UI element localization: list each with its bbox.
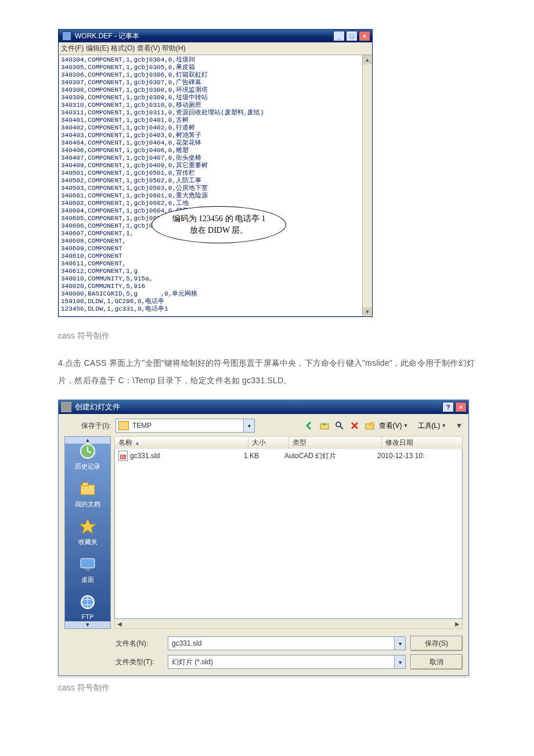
file-list-hscrollbar[interactable]: ◀ ▶ [114,619,463,629]
filetype-label: 文件类型(T): [116,657,163,667]
column-size[interactable]: 大小 [248,436,288,449]
save-dialog: 创建幻灯文件 ? × 保存于(I): TEMP ▾ [58,399,469,676]
save-in-label: 保存于(I): [67,421,111,431]
minimize-button[interactable]: _ [333,31,345,41]
back-icon[interactable] [304,420,315,431]
sidebar-item-mydocs[interactable]: 我的文档 [75,479,100,509]
notepad-title: WORK.DEF - 记事本 [75,31,139,41]
dialog-close-button[interactable]: × [455,402,467,412]
notepad-scrollbar[interactable]: ▲ ▼ [362,55,372,316]
save-button[interactable]: 保存(S) [410,636,463,651]
scroll-up-icon[interactable]: ▲ [363,55,372,64]
desktop-icon [78,555,98,574]
callout-line1: 编码为 123456 的 电话亭 1 [172,213,266,225]
sidebar-item-ftp[interactable]: FTP [78,592,98,620]
hscroll-left-icon[interactable]: ◀ [115,621,124,627]
figure-caption-1: cass 符号制作 [58,331,476,341]
search-icon[interactable] [334,420,345,431]
tool-menu[interactable]: 工具(L) ▼ [418,421,447,431]
notepad-titlebar: WORK.DEF - 记事本 _ □ × [59,30,372,42]
callout-line2: 放在 DIDW 层。 [190,225,248,236]
dialog-title: 创建幻灯文件 [75,402,120,412]
svg-rect-9 [82,483,88,486]
sidebar-item-desktop[interactable]: 桌面 [78,555,98,584]
delete-icon[interactable] [349,420,360,431]
file-date: 2010-12-13 10: [377,452,459,460]
svg-rect-8 [81,485,95,495]
column-type[interactable]: 类型 [288,436,381,449]
chevron-down-icon[interactable]: ▾ [394,656,405,668]
column-name[interactable]: 名称 ▲ [114,436,248,449]
view-menu[interactable]: 查看(V) ▼ [379,421,409,431]
file-row[interactable]: gc331.sld 1 KB AutoCAD 幻灯片 2010-12-13 10… [115,449,462,463]
mydocs-icon [78,479,98,499]
file-name: gc331.sld [130,452,160,460]
filename-label: 文件名(N): [116,639,163,649]
svg-point-1 [336,422,341,427]
notepad-window: WORK.DEF - 记事本 _ □ × 文件(F) 编辑(E) 格式(O) 查… [58,29,373,317]
close-button[interactable]: × [359,31,370,41]
svg-line-2 [340,426,343,429]
notepad-icon [62,31,71,41]
sidebar-item-history[interactable]: 历史记录 [75,441,100,471]
filetype-combo[interactable]: 幻灯片 (*.sld) ▾ [168,655,406,669]
svg-point-6 [370,422,374,426]
filename-input[interactable]: gc331.sld ▾ [168,636,406,650]
dialog-titlebar: 创建幻灯文件 ? × [59,400,468,414]
maximize-button[interactable]: □ [346,31,358,41]
history-icon [78,441,98,461]
save-in-combo[interactable]: TEMP ▾ [116,419,255,433]
favorites-icon [78,517,98,537]
help-button[interactable]: ? [442,402,454,412]
save-in-value: TEMP [132,422,151,430]
instruction-paragraph: 4.点击 CASS 界面上方"全图"键将绘制好的符号图形置于屏幕中央，下方命令行… [58,354,476,389]
chevron-down-icon[interactable]: ▾ [394,637,405,650]
notepad-text-area[interactable]: 340304,COMPONENT,1,gcbj0304,0,垃圾间 340305… [61,56,370,313]
hscroll-right-icon[interactable]: ▶ [453,621,462,627]
svg-marker-10 [80,519,96,534]
sidebar-scroll-down[interactable]: ▼ [65,621,110,628]
sidebar-scroll-up[interactable]: ▲ [65,437,110,444]
callout-bubble: 编码为 123456 的 电话亭 1 放在 DIDW 层。 [151,206,286,243]
sld-file-icon [118,451,128,461]
scroll-down-icon[interactable]: ▼ [363,307,372,316]
svg-rect-11 [81,559,95,568]
places-sidebar: ▲ 历史记录 我的文档 收藏夹 [64,436,111,629]
file-type: AutoCAD 幻灯片 [284,451,377,461]
up-folder-icon[interactable] [319,420,330,431]
notepad-menubar[interactable]: 文件(F) 编辑(E) 格式(O) 查看(V) 帮助(H) [59,42,372,55]
file-list[interactable]: gc331.sld 1 KB AutoCAD 幻灯片 2010-12-13 10… [114,449,463,619]
dialog-icon [61,402,71,412]
column-date[interactable]: 修改日期 [381,436,463,449]
sort-asc-icon: ▲ [135,440,140,446]
cancel-button[interactable]: 取消 [410,654,463,669]
new-folder-icon[interactable] [364,420,376,431]
chevron-down-icon[interactable]: ▾ [243,419,254,432]
figure-caption-2: cass 符号制作 [58,683,476,693]
ftp-icon [78,592,98,612]
folder-icon [118,421,129,430]
file-list-header: 名称 ▲ 大小 类型 修改日期 [114,436,463,449]
svg-rect-12 [85,568,90,571]
file-size: 1 KB [244,452,284,460]
sidebar-item-favorites[interactable]: 收藏夹 [78,517,98,546]
